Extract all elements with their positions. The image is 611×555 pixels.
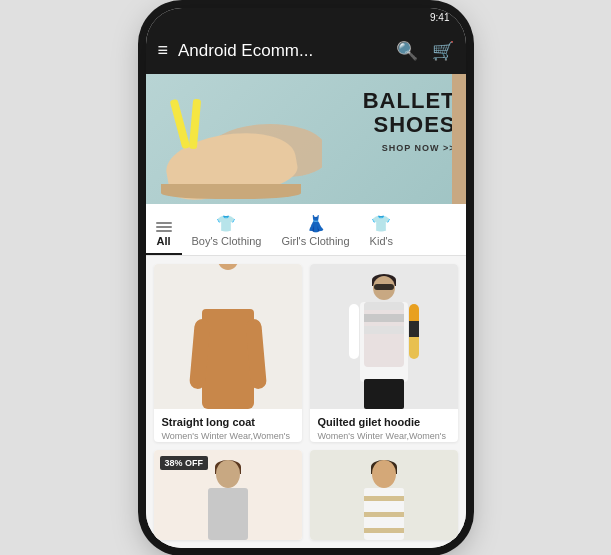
- app-title: Android Ecomm...: [178, 41, 395, 61]
- dress-icon: 👗: [306, 214, 326, 233]
- product-image-2: [310, 264, 458, 409]
- product-category-2: Women's Winter Wear,Women's: [318, 431, 450, 442]
- product-image-1: [154, 264, 302, 409]
- banner-cta[interactable]: SHOP NOW >>: [363, 143, 456, 153]
- product-grid: Straight long coat Women's Winter Wear,W…: [146, 256, 466, 548]
- app-bar: ≡ Android Ecomm... 🔍 🛒: [146, 28, 466, 74]
- category-tabs: All 👕 Boy's Clothing 👗 Girl's Clothing 👕…: [146, 204, 466, 256]
- banner-text: BALLET SHOES SHOP NOW >>: [363, 89, 456, 153]
- tab-all[interactable]: All: [146, 216, 182, 255]
- phone-shell: 9:41 ≡ Android Ecomm... 🔍 🛒 BALLET SHOES…: [146, 8, 466, 548]
- banner-side-strip: [452, 74, 466, 204]
- banner-image: [146, 74, 322, 204]
- product-badge-3: 38% OFF: [160, 456, 209, 470]
- banner-title: BALLET SHOES: [363, 89, 456, 137]
- product-name-2: Quilted gilet hoodie: [318, 415, 450, 429]
- tab-kids[interactable]: 👕 Kid's: [360, 208, 404, 255]
- search-icon[interactable]: 🔍: [396, 40, 418, 62]
- status-time: 9:41: [430, 12, 449, 23]
- app-bar-actions: 🔍 🛒: [396, 40, 454, 62]
- product-image-4: [310, 450, 458, 540]
- tab-boys-clothing[interactable]: 👕 Boy's Clothing: [182, 208, 272, 255]
- kids-icon: 👕: [371, 214, 391, 233]
- gilet-figure: [344, 274, 424, 409]
- shoe-bottom-decoration: [161, 184, 301, 199]
- partial-figure-3: [193, 460, 263, 540]
- product-category-1: Women's Winter Wear,Women's: [162, 431, 294, 442]
- product-card-2[interactable]: Quilted gilet hoodie Women's Winter Wear…: [310, 264, 458, 442]
- partial-figure-4: [349, 460, 419, 540]
- product-card[interactable]: Straight long coat Women's Winter Wear,W…: [154, 264, 302, 442]
- coat-figure: [188, 274, 268, 409]
- product-card-3[interactable]: 38% OFF: [154, 450, 302, 540]
- ribbon-left: [169, 98, 190, 148]
- banner[interactable]: BALLET SHOES SHOP NOW >>: [146, 74, 466, 204]
- shirt-icon: 👕: [216, 214, 236, 233]
- product-image-3: 38% OFF: [154, 450, 302, 540]
- menu-icon[interactable]: ≡: [158, 40, 169, 61]
- product-info-2: Quilted gilet hoodie Women's Winter Wear…: [310, 409, 458, 442]
- product-name-1: Straight long coat: [162, 415, 294, 429]
- list-icon: [156, 222, 172, 232]
- status-bar: 9:41: [146, 8, 466, 28]
- cart-icon[interactable]: 🛒: [432, 40, 454, 62]
- product-info-1: Straight long coat Women's Winter Wear,W…: [154, 409, 302, 442]
- tab-girls-clothing[interactable]: 👗 Girl's Clothing: [271, 208, 359, 255]
- product-card-4[interactable]: [310, 450, 458, 540]
